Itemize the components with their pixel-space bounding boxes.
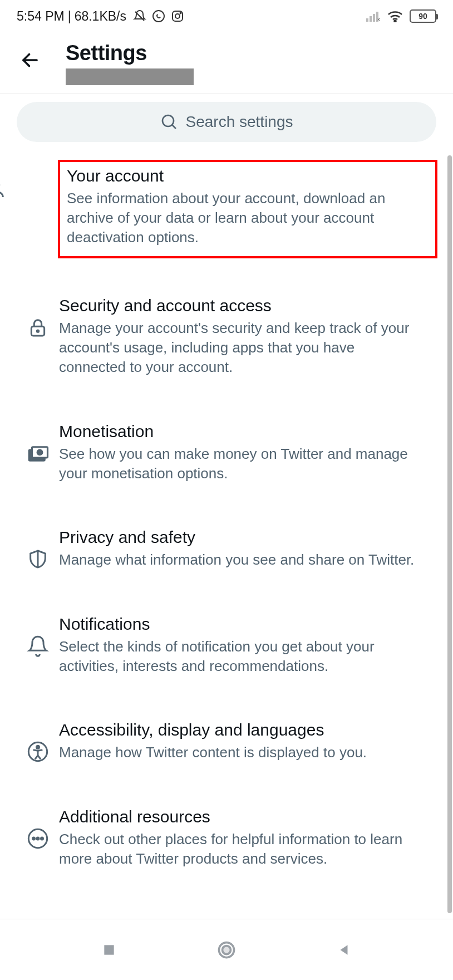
status-right: x 90 bbox=[366, 9, 436, 23]
status-left: 5:54 PM | 68.1KB/s bbox=[17, 9, 184, 24]
nav-recents-button[interactable] bbox=[96, 937, 122, 963]
search-icon bbox=[160, 113, 178, 131]
whatsapp-icon bbox=[152, 9, 165, 23]
battery-icon: 90 bbox=[410, 9, 436, 23]
nav-back-button[interactable] bbox=[331, 937, 357, 963]
item-title: Additional resources bbox=[59, 807, 425, 826]
item-desc: See how you can make money on Twitter an… bbox=[59, 444, 425, 483]
scroll-indicator[interactable] bbox=[447, 155, 452, 913]
bell-icon bbox=[17, 635, 59, 657]
back-button[interactable] bbox=[17, 47, 43, 74]
svg-rect-27 bbox=[104, 945, 114, 954]
item-desc: Select the kinds of notification you get… bbox=[59, 637, 425, 676]
svg-point-12 bbox=[163, 115, 174, 126]
svg-point-22 bbox=[37, 746, 40, 748]
item-title: Accessibility, display and languages bbox=[59, 721, 425, 739]
svg-point-4 bbox=[180, 13, 181, 14]
svg-point-25 bbox=[37, 837, 39, 840]
money-icon bbox=[17, 442, 59, 465]
item-title: Your account bbox=[67, 166, 429, 185]
item-desc: Manage how Twitter content is displayed … bbox=[59, 743, 425, 762]
svg-point-29 bbox=[222, 945, 230, 954]
search-placeholder: Search settings bbox=[186, 113, 293, 131]
svg-marker-30 bbox=[341, 945, 348, 954]
dots-icon bbox=[17, 827, 59, 850]
item-desc: See information about your account, down… bbox=[67, 189, 429, 247]
signal-icon: x bbox=[366, 11, 381, 22]
svg-point-24 bbox=[33, 837, 35, 840]
settings-item-additional[interactable]: Additional resources Check out other pla… bbox=[17, 785, 436, 891]
settings-content: Your account See information about your … bbox=[0, 150, 453, 919]
item-desc: Manage your account's security and keep … bbox=[59, 318, 425, 377]
header: Settings bbox=[0, 30, 453, 94]
settings-item-privacy[interactable]: Privacy and safety Manage what informati… bbox=[17, 506, 436, 592]
accessibility-icon bbox=[17, 741, 59, 763]
battery-percent: 90 bbox=[418, 12, 427, 21]
item-desc: Check out other places for helpful infor… bbox=[59, 830, 425, 869]
search-input[interactable]: Search settings bbox=[17, 102, 436, 142]
wifi-icon bbox=[387, 10, 403, 22]
svg-point-3 bbox=[175, 14, 180, 18]
svg-point-10 bbox=[395, 21, 396, 22]
settings-item-accessibility[interactable]: Accessibility, display and languages Man… bbox=[17, 698, 436, 785]
svg-rect-6 bbox=[370, 16, 372, 22]
svg-rect-7 bbox=[373, 14, 375, 22]
svg-text:x: x bbox=[377, 16, 380, 22]
status-bar: 5:54 PM | 68.1KB/s bbox=[0, 0, 453, 30]
svg-rect-5 bbox=[366, 18, 368, 22]
person-icon bbox=[0, 178, 17, 200]
lock-icon bbox=[17, 316, 59, 339]
shield-icon bbox=[17, 548, 59, 570]
item-title: Notifications bbox=[59, 615, 425, 634]
nav-home-button[interactable] bbox=[213, 937, 240, 963]
mute-icon bbox=[133, 9, 146, 23]
item-title: Privacy and safety bbox=[59, 528, 425, 547]
settings-item-notifications[interactable]: Notifications Select the kinds of notifi… bbox=[17, 592, 436, 698]
android-nav-bar bbox=[0, 919, 453, 980]
settings-list: Your account See information about your … bbox=[0, 150, 453, 891]
header-subtitle-redacted bbox=[66, 68, 194, 85]
item-title: Monetisation bbox=[59, 422, 425, 441]
settings-item-security[interactable]: Security and account access Manage your … bbox=[17, 274, 436, 399]
settings-item-monetisation[interactable]: Monetisation See how you can make money … bbox=[17, 400, 436, 506]
item-title: Security and account access bbox=[59, 296, 425, 315]
svg-point-19 bbox=[37, 450, 42, 455]
search-wrap: Search settings bbox=[0, 94, 453, 150]
svg-point-1 bbox=[153, 11, 164, 22]
item-desc: Manage what information you see and shar… bbox=[59, 550, 425, 570]
instagram-icon bbox=[171, 9, 184, 23]
status-net-speed: 68.1KB/s bbox=[75, 9, 126, 24]
arrow-left-icon bbox=[20, 50, 40, 70]
status-time: 5:54 PM bbox=[17, 9, 65, 24]
status-separator: | bbox=[68, 9, 71, 24]
svg-line-13 bbox=[172, 125, 176, 129]
svg-point-16 bbox=[37, 330, 38, 332]
settings-item-your-account[interactable]: Your account See information about your … bbox=[17, 150, 436, 274]
svg-point-26 bbox=[41, 837, 43, 840]
page-title: Settings bbox=[66, 41, 194, 65]
